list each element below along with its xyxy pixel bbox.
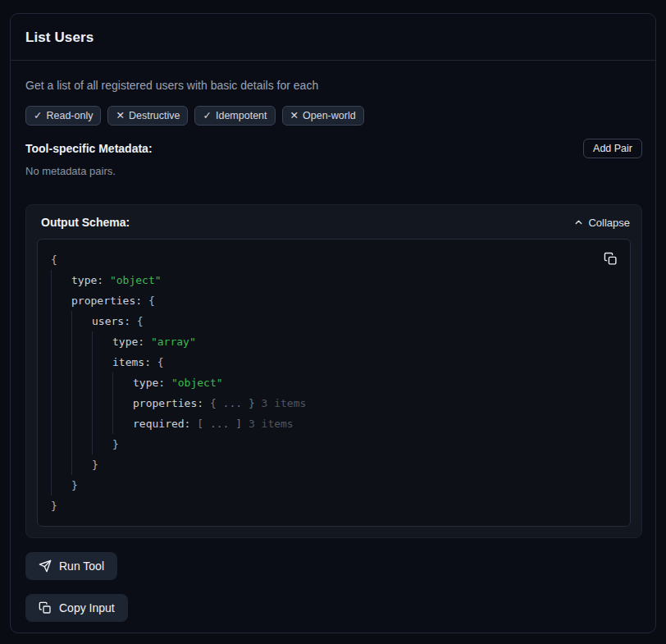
indent-guide — [71, 413, 92, 434]
annotation-badge-destructive: ✕Destructive — [107, 106, 188, 126]
code-segment-count: 3 items — [249, 413, 294, 434]
indent-guide — [92, 413, 112, 434]
indent-guide — [51, 434, 71, 454]
schema-json-tree: {type: "object"properties: {users: {type… — [51, 249, 617, 516]
copy-icon — [39, 601, 52, 614]
schema-line: required: [ ... ] 3 items — [51, 413, 617, 434]
annotation-badge-row: ✓Read-only✕Destructive✓Idempotent✕Open-w… — [25, 106, 642, 126]
indent-guide — [51, 393, 71, 413]
card-header: List Users — [11, 14, 655, 61]
indent-guide — [112, 413, 133, 434]
annotation-badge-idempotent: ✓Idempotent — [194, 106, 275, 126]
code-segment-brace: } — [112, 434, 119, 454]
indent-guide — [51, 311, 71, 331]
cross-icon: ✕ — [290, 109, 299, 121]
chevron-up-icon — [573, 217, 584, 228]
code-segment-brace: { — [148, 290, 155, 311]
indent-guide — [112, 372, 133, 393]
badge-label: Idempotent — [216, 110, 267, 121]
schema-line: type: "object" — [51, 270, 617, 290]
indent-guide — [112, 393, 133, 413]
indent-guide — [51, 475, 71, 496]
indent-guide — [71, 331, 92, 352]
schema-line: type: "array" — [51, 331, 617, 352]
code-segment-key: type: — [71, 270, 110, 290]
metadata-row: Tool-specific Metadata: Add Pair — [25, 139, 642, 158]
check-icon: ✓ — [34, 109, 42, 121]
collapse-label: Collapse — [588, 217, 630, 229]
code-segment-count: 3 items — [262, 393, 307, 413]
code-segment-brace: } — [92, 454, 98, 475]
metadata-label: Tool-specific Metadata: — [25, 142, 153, 155]
code-segment-brace: { — [137, 311, 144, 331]
indent-guide — [71, 311, 92, 331]
run-tool-button[interactable]: Run Tool — [25, 552, 117, 580]
code-segment-key: properties: — [133, 393, 210, 413]
schema-line: properties: { ... } 3 items — [51, 393, 617, 413]
schema-line: items: { — [51, 352, 617, 372]
add-pair-button[interactable]: Add Pair — [583, 139, 642, 158]
schema-line: } — [51, 475, 617, 496]
annotation-badge-read-only: ✓Read-only — [25, 106, 101, 126]
indent-guide — [92, 434, 112, 454]
collapse-button[interactable]: Collapse — [573, 217, 630, 229]
code-segment-key: properties: — [71, 290, 148, 311]
copy-schema-button[interactable] — [602, 250, 619, 267]
schema-line: users: { — [51, 311, 617, 331]
code-segment-key: items: — [112, 352, 157, 372]
code-segment-brace: { — [51, 249, 57, 270]
page-title: List Users — [25, 30, 641, 46]
indent-guide — [92, 372, 112, 393]
output-schema-header: Output Schema: Collapse — [37, 216, 631, 229]
annotation-badge-open-world: ✕Open-world — [282, 106, 364, 126]
check-icon: ✓ — [203, 109, 211, 121]
cross-icon: ✕ — [116, 109, 124, 121]
code-segment-key: type: — [133, 372, 171, 393]
indent-guide — [71, 454, 92, 475]
indent-guide — [92, 352, 112, 372]
copy-input-button[interactable]: Copy Input — [25, 594, 128, 622]
code-segment-string: "object" — [110, 270, 162, 290]
code-segment-key: required: — [133, 413, 197, 434]
schema-line: } — [51, 454, 617, 475]
run-tool-label: Run Tool — [59, 560, 104, 573]
schema-code-block: {type: "object"properties: {users: {type… — [37, 239, 631, 527]
schema-line: } — [51, 434, 617, 454]
indent-guide — [92, 331, 112, 352]
code-segment-brace: { — [157, 352, 164, 372]
copy-icon — [604, 252, 618, 266]
badge-label: Open-world — [303, 110, 356, 121]
indent-guide — [51, 331, 71, 352]
badge-label: Destructive — [129, 110, 180, 121]
code-segment-key: users: — [92, 311, 137, 331]
indent-guide — [71, 352, 92, 372]
indent-guide — [71, 372, 92, 393]
code-segment-key: type: — [112, 331, 151, 352]
tool-card: List Users Get a list of all registered … — [10, 13, 656, 633]
code-segment-brace: } — [51, 496, 57, 516]
indent-guide — [71, 393, 92, 413]
code-segment-dim: { ... } — [210, 393, 262, 413]
indent-guide — [71, 434, 92, 454]
indent-guide — [51, 352, 71, 372]
tool-description: Get a list of all registered users with … — [25, 77, 642, 94]
code-segment-string: "object" — [171, 372, 223, 393]
code-segment-dim: [ ... ] — [197, 413, 249, 434]
badge-label: Read-only — [46, 110, 93, 121]
indent-guide — [51, 290, 71, 311]
copy-input-label: Copy Input — [59, 601, 115, 614]
output-schema-label: Output Schema: — [41, 216, 130, 229]
actions-area: Run Tool Copy Input — [25, 552, 642, 622]
indent-guide — [51, 413, 71, 434]
output-schema-panel: Output Schema: Collapse {type: "object"p… — [25, 204, 642, 538]
schema-line: type: "object" — [51, 372, 617, 393]
code-segment-string: "array" — [151, 331, 196, 352]
indent-guide — [92, 393, 112, 413]
schema-line: { — [51, 249, 617, 270]
indent-guide — [51, 270, 71, 290]
indent-guide — [51, 372, 71, 393]
card-body: Get a list of all registered users with … — [11, 61, 655, 633]
schema-line: properties: { — [51, 290, 617, 311]
metadata-empty-text: No metadata pairs. — [25, 165, 642, 177]
code-segment-brace: } — [71, 475, 78, 496]
